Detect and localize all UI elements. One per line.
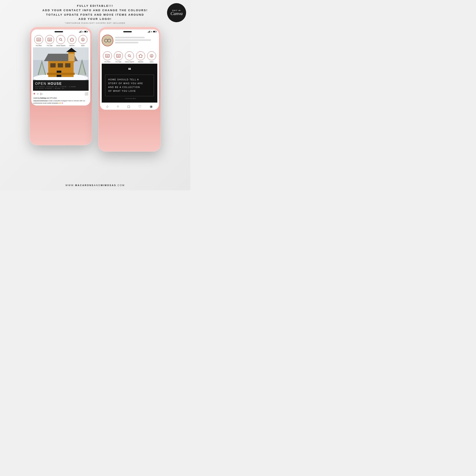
for-sale-label-r: For Sale xyxy=(116,61,121,63)
notch-right xyxy=(123,31,132,32)
home-search-icon xyxy=(58,37,63,42)
canva-badge: EDIT IN Canva xyxy=(167,3,186,22)
nav-profile-icon[interactable]: ◉ xyxy=(150,104,153,108)
svg-rect-15 xyxy=(50,63,56,68)
highlight-right-loans[interactable]: $ loans xyxy=(147,51,156,63)
wifi-icon: ▲ xyxy=(82,31,84,33)
insta-left-actions: ♥ ○ ▷ xyxy=(34,92,43,95)
profile-line-3 xyxy=(115,42,138,43)
highlight-right-home-search[interactable]: Home Search xyxy=(125,51,134,63)
header-section: FULLY EDITABLE!!! ADD YOUR CONTACT INFO … xyxy=(0,0,190,26)
for-rent-icon: FOR RENT xyxy=(36,37,41,42)
nav-camera-icon[interactable]: ◻ xyxy=(127,104,130,108)
post-area: OPEN HOUSE SATURDAY, AUGUST 26 | 1:30PM … xyxy=(31,47,90,91)
svg-rect-17 xyxy=(65,63,70,68)
header-disclaimer: *INSTAGRAM HIGHLIGHT COVERS NOT INCLUDED xyxy=(17,22,173,24)
interiors-icon-r xyxy=(138,53,143,58)
for-rent-icon-r: FOR RENT xyxy=(105,53,110,58)
status-icons-left: ▲ xyxy=(79,31,87,33)
insta-caption: macaronsmimosas create a beautiful Insta… xyxy=(31,99,90,105)
house-scene-svg xyxy=(33,47,89,80)
quote-author: - UNKNOWN xyxy=(105,98,154,99)
quote-text: HOME SHOULD TELL A STORY OF WHO YOU ARE … xyxy=(105,75,154,96)
profile-avatar xyxy=(102,35,113,46)
bookmark-icon[interactable]: ⬜ xyxy=(85,92,88,95)
status-icons-right: ▲ xyxy=(148,31,156,33)
home-search-icon-r xyxy=(127,53,132,58)
phone-right-inner: ▲ xyxy=(100,29,159,110)
profile-row xyxy=(102,35,157,46)
signal-icon-right xyxy=(148,31,150,33)
quote-line3: AND BE A COLLECTION xyxy=(108,86,140,88)
svg-point-38 xyxy=(128,54,130,57)
svg-text:$: $ xyxy=(151,55,152,57)
highlights-row-left: FOR RENT For Rent FOR SALE xyxy=(31,33,90,47)
nav-heart-icon[interactable]: ♡ xyxy=(138,104,141,108)
interiors-icon xyxy=(69,37,74,42)
header-line4: ADD YOUR LOGO! xyxy=(78,17,112,20)
profile-info-lines xyxy=(115,37,157,44)
highlight-for-sale[interactable]: FOR SALE For Sale xyxy=(45,35,54,46)
insta-actions: ♥ ○ ▷ ⬜ xyxy=(31,91,90,97)
account-name: macaronsmimosas xyxy=(34,100,48,102)
footer-prefix: www. xyxy=(66,184,75,187)
post-image xyxy=(33,47,89,80)
svg-line-7 xyxy=(61,40,62,41)
quote-line4: OF WHAT YOU LOVE xyxy=(108,90,136,92)
footer-suffix: .com xyxy=(116,184,125,187)
svg-text:SALE: SALE xyxy=(49,40,51,41)
comment-icon[interactable]: ○ xyxy=(37,92,38,95)
svg-marker-22 xyxy=(44,54,78,61)
for-rent-label-r: For Rent xyxy=(104,61,110,63)
highlight-for-rent[interactable]: FOR RENT For Rent xyxy=(34,35,43,46)
footer-section: www.MACARONSandMIMOSAS.com xyxy=(0,182,190,189)
highlight-interiors[interactable]: Interiors xyxy=(68,35,76,46)
loans-label-r: loans xyxy=(150,61,153,63)
footer-and: and xyxy=(94,184,101,187)
svg-text:$: $ xyxy=(82,39,83,41)
open-house-address: 123 EAST STREET • MIAMI, FL xyxy=(35,88,86,89)
insta-likes: Liked by lindsay and 475 other xyxy=(31,97,90,99)
highlight-home-search[interactable]: Home Search xyxy=(56,35,65,46)
header-line3: TOTALLY UPDATE FONTS AND MOVE ITEMS AROU… xyxy=(46,13,144,16)
highlight-right-for-sale[interactable]: FOR SALE For Sale xyxy=(114,51,123,63)
post-caption-area: OPEN HOUSE SATURDAY, AUGUST 26 | 1:30PM … xyxy=(33,80,89,91)
phone-left: ▲ FOR RENT xyxy=(30,27,92,145)
quote-post: ❝ HOME SHOULD TELL A STORY OF WHO YOU AR… xyxy=(102,64,157,102)
svg-line-39 xyxy=(130,56,131,57)
highlight-loans[interactable]: $ loans xyxy=(78,35,87,46)
svg-point-6 xyxy=(59,38,62,40)
for-sale-label: For Sale xyxy=(47,45,52,46)
phones-section: ▲ FOR RENT xyxy=(0,26,190,152)
highlight-right-for-rent[interactable]: FOR RENT For Rent xyxy=(103,51,112,63)
phone-left-inner: ▲ FOR RENT xyxy=(31,29,90,105)
footer-brand2: MIMOSAS xyxy=(101,184,116,187)
signal-icon xyxy=(79,31,81,33)
highlight-right-interiors[interactable]: Interiors xyxy=(136,51,145,63)
for-sale-icon: FOR SALE xyxy=(47,37,52,42)
nav-home-icon[interactable]: ⌂ xyxy=(106,104,108,108)
bottom-nav: ⌂ ○ ◻ ♡ ◉ xyxy=(100,102,159,110)
phone-right: ▲ xyxy=(98,27,161,152)
header-line2: ADD YOUR CONTACT INFO AND CHANGE THE COL… xyxy=(43,9,148,12)
status-bar-left: ▲ xyxy=(31,29,90,33)
status-bar-right: ▲ xyxy=(100,29,159,33)
home-search-label-r: Home Search xyxy=(125,61,134,63)
notch-left xyxy=(54,31,63,32)
svg-text:RENT: RENT xyxy=(38,40,40,41)
page-wrapper: FULLY EDITABLE!!! ADD YOUR CONTACT INFO … xyxy=(0,0,190,190)
interiors-label-r: Interiors xyxy=(138,61,143,63)
quote-line1: HOME SHOULD TELL A xyxy=(108,78,139,81)
battery-icon xyxy=(84,31,87,32)
for-sale-icon-r: FOR SALE xyxy=(116,53,121,58)
svg-rect-16 xyxy=(58,63,63,68)
like-icon[interactable]: ♥ xyxy=(34,92,35,95)
quote-line2: STORY OF WHO YOU ARE xyxy=(108,82,143,85)
share-icon[interactable]: ▷ xyxy=(40,92,43,95)
for-rent-label: For Rent xyxy=(36,45,41,46)
open-house-sub: SATURDAY, AUGUST 26 | 1:30PM - 4:00PM xyxy=(35,86,86,87)
nav-search-icon[interactable]: ○ xyxy=(117,104,119,108)
highlights-row-right: FOR RENT For Rent FOR SALE xyxy=(100,49,159,64)
loans-label: loans xyxy=(81,45,85,46)
loans-icon: $ xyxy=(81,37,85,42)
